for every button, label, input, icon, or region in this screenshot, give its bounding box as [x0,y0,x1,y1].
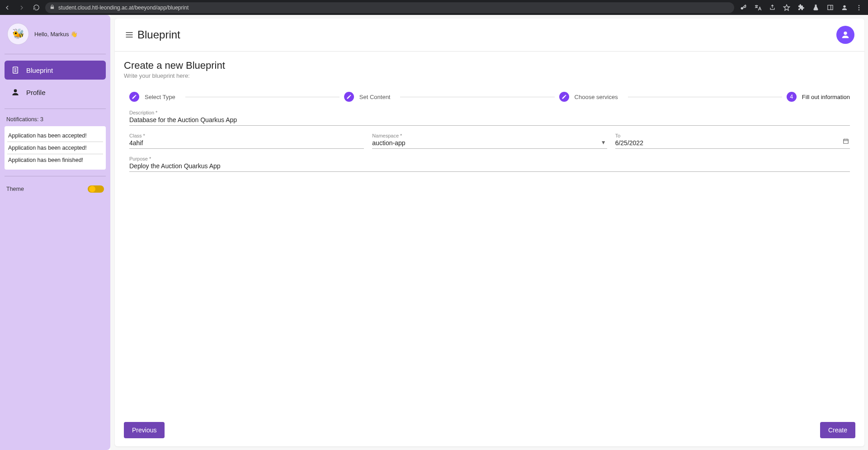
content-card: Blueprint Create a new Blueprint Write y… [115,19,864,446]
translate-icon[interactable] [754,4,761,11]
form-heading: Create a new Blueprint [124,60,855,71]
description-input[interactable] [129,116,850,123]
field-label: Namespace * [372,133,607,138]
svg-point-15 [844,32,847,35]
divider [5,109,106,109]
step-label: Select Type [145,94,175,100]
theme-toggle[interactable] [88,185,104,193]
share-icon[interactable] [769,4,776,11]
step-label: Set Content [359,94,391,100]
notification-item[interactable]: Application has been finished! [7,154,103,166]
url-text: student.cloud.htl-leonding.ac.at/beeyond… [58,5,189,11]
namespace-field[interactable]: Namespace * ▼ [372,133,607,149]
svg-point-11 [14,89,17,92]
form-subhead: Write your blueprint here: [124,72,855,79]
notification-item[interactable]: Application has been accepted! [7,142,103,154]
svg-point-6 [859,9,859,10]
edit-icon [559,92,569,102]
toggle-knob [89,186,95,192]
svg-rect-1 [827,5,832,10]
svg-rect-16 [844,139,849,143]
form-area: Description * Class * Namespace * ▼ [124,110,855,172]
step-choose-services[interactable]: Choose services [559,92,623,102]
sidebar-user: 🐝 Hello, Markus 👋 [5,20,106,47]
svg-point-4 [859,5,859,6]
previous-button[interactable]: Previous [124,422,165,438]
sidebar-item-profile[interactable]: Profile [5,82,106,102]
avatar: 🐝 [7,23,29,45]
sidebar: 🐝 Hello, Markus 👋 Blueprint Profile Noti… [0,15,110,450]
notification-item[interactable]: Application has been accepted! [7,130,103,142]
address-bar[interactable]: student.cloud.htl-leonding.ac.at/beeyond… [45,2,734,13]
divider [5,54,106,54]
step-fill-information[interactable]: 4 Fill out information [787,92,850,102]
notifications-list: Application has been accepted! Applicati… [5,126,106,170]
sidebar-item-label: Blueprint [26,66,53,74]
step-label: Fill out information [802,94,850,100]
edit-icon [344,92,354,102]
lock-icon [50,5,55,11]
back-icon[interactable] [4,4,11,11]
field-label: To [615,133,850,138]
user-avatar-button[interactable] [836,26,854,44]
purpose-field[interactable]: Purpose * [129,156,850,172]
greeting-text: Hello, Markus 👋 [34,31,78,38]
sidebar-item-blueprint[interactable]: Blueprint [5,61,106,80]
browser-chrome: student.cloud.htl-leonding.ac.at/beeyond… [0,0,868,15]
calendar-icon[interactable] [843,138,849,146]
document-icon [11,66,20,74]
star-icon[interactable] [783,4,790,11]
field-label: Class * [129,133,364,138]
step-label: Choose services [575,94,618,100]
step-number: 4 [787,92,797,102]
card-footer: Previous Create [115,416,864,446]
panel-icon[interactable] [826,4,834,11]
svg-point-3 [843,5,845,7]
stepper: Select Type Set Content Choo [124,92,855,102]
to-date-field[interactable]: To [615,133,850,149]
field-label: Purpose * [129,156,850,161]
create-button[interactable]: Create [820,422,855,438]
card-header: Blueprint [115,19,864,52]
menu-dots-icon[interactable] [855,4,863,11]
description-field[interactable]: Description * [129,110,850,126]
reload-icon[interactable] [33,4,40,11]
theme-row: Theme [5,185,106,194]
extensions-icon[interactable] [797,4,805,11]
step-select-type[interactable]: Select Type [129,92,181,102]
namespace-select[interactable] [372,139,607,147]
key-icon[interactable] [740,4,747,11]
flask-icon[interactable] [812,4,819,11]
to-date-input[interactable] [615,139,850,147]
profile-icon[interactable] [841,4,848,11]
sidebar-item-label: Profile [26,89,46,96]
class-input[interactable] [129,139,364,147]
edit-icon [129,92,139,102]
svg-point-5 [859,7,859,8]
svg-point-0 [741,7,743,9]
theme-label: Theme [6,186,24,192]
forward-icon[interactable] [18,4,25,11]
class-field[interactable]: Class * [129,133,364,149]
chevron-down-icon[interactable]: ▼ [601,139,606,146]
main-content: Blueprint Create a new Blueprint Write y… [110,15,868,450]
field-label: Description * [129,110,850,115]
page-title: Blueprint [137,28,180,41]
account-icon [11,88,20,97]
hamburger-icon[interactable] [125,30,134,39]
notifications-header: Notifications: 3 [5,115,106,123]
purpose-input[interactable] [129,162,850,170]
divider [5,176,106,176]
step-set-content[interactable]: Set Content [344,92,396,102]
